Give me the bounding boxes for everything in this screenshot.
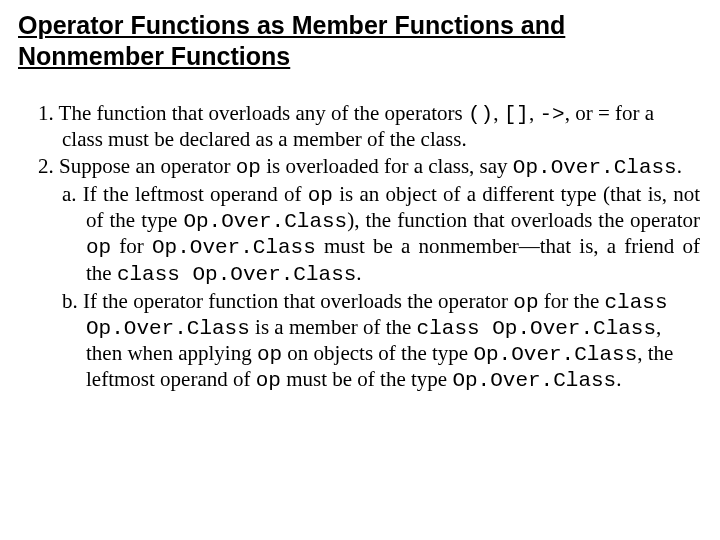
text: ), the function that overloads the opera… bbox=[347, 208, 700, 232]
code: Op.Over.Class bbox=[152, 236, 316, 259]
code: op bbox=[308, 184, 333, 207]
slide-title: Operator Functions as Member Functions a… bbox=[18, 10, 702, 73]
code: op bbox=[256, 369, 281, 392]
list-item-2: 2. Suppose an operator op is overloaded … bbox=[62, 154, 700, 180]
code: Op.Over.Class bbox=[452, 369, 616, 392]
text: is overloaded for a class, say bbox=[261, 154, 513, 178]
list-item-2b: b. If the operator function that overloa… bbox=[86, 289, 700, 394]
slide-page: Operator Functions as Member Functions a… bbox=[0, 0, 720, 406]
text: 1. The function that overloads any of th… bbox=[38, 101, 468, 125]
text: must be of the type bbox=[281, 367, 452, 391]
code: () bbox=[468, 103, 493, 126]
text: . bbox=[356, 261, 361, 285]
code: class Op.Over.Class bbox=[417, 317, 656, 340]
text: for the bbox=[539, 289, 605, 313]
text: 2. Suppose an operator bbox=[38, 154, 236, 178]
text: is a member of the bbox=[250, 315, 417, 339]
list-item-2a: a. If the leftmost operand of op is an o… bbox=[86, 182, 700, 287]
code: op bbox=[513, 291, 538, 314]
text: . bbox=[677, 154, 682, 178]
code: Op.Over.Class bbox=[513, 156, 677, 179]
list-item-1: 1. The function that overloads any of th… bbox=[62, 101, 700, 152]
code: op bbox=[86, 236, 111, 259]
code: Op.Over.Class bbox=[183, 210, 347, 233]
code: [] bbox=[504, 103, 529, 126]
code: op bbox=[257, 343, 282, 366]
code: class Op.Over.Class bbox=[117, 263, 356, 286]
text: for bbox=[111, 234, 152, 258]
text: on objects of the type bbox=[282, 341, 473, 365]
text: , bbox=[493, 101, 504, 125]
text: a. If the leftmost operand of bbox=[62, 182, 308, 206]
code: Op.Over.Class bbox=[473, 343, 637, 366]
slide-body: 1. The function that overloads any of th… bbox=[18, 101, 702, 394]
text: . bbox=[616, 367, 621, 391]
text: b. If the operator function that overloa… bbox=[62, 289, 513, 313]
code: op bbox=[236, 156, 261, 179]
code: -> bbox=[539, 103, 564, 126]
text: , bbox=[529, 101, 540, 125]
